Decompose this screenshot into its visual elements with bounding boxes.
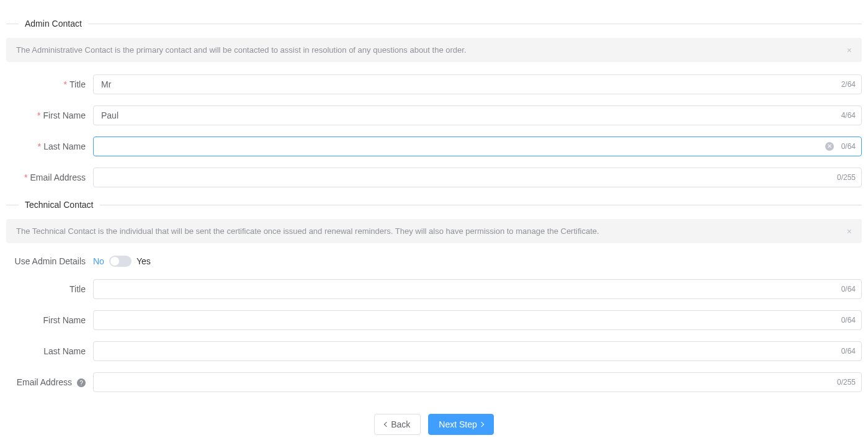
tech-firstname-label: First Name <box>6 315 93 325</box>
admin-section-header: Admin Contact <box>6 19 862 29</box>
button-bar: Back Next Step <box>6 414 862 441</box>
tech-lastname-input-wrapper: 0/64 <box>93 341 862 361</box>
tech-title-input[interactable] <box>93 279 862 299</box>
tech-email-row: Email Address ? 0/255 <box>6 372 862 392</box>
chevron-left-icon <box>384 422 389 427</box>
admin-email-row: Email Address 0/255 <box>6 168 862 187</box>
technical-alert: The Technical Contact is the individual … <box>6 219 862 243</box>
tech-title-input-wrapper: 0/64 <box>93 279 862 299</box>
admin-title-row: Title 2/64 <box>6 74 862 94</box>
tech-lastname-label: Last Name <box>6 346 93 356</box>
close-icon[interactable]: × <box>847 46 852 55</box>
admin-firstname-label: First Name <box>6 110 93 120</box>
use-admin-toggle-control: No Yes <box>93 256 151 267</box>
switch-handle <box>110 257 119 266</box>
tech-firstname-input-wrapper: 0/64 <box>93 310 862 330</box>
admin-email-input[interactable] <box>93 168 862 187</box>
divider-line <box>88 24 862 24</box>
admin-lastname-row: Last Name ✕ 0/64 <box>6 136 862 156</box>
next-step-button[interactable]: Next Step <box>428 414 493 435</box>
admin-alert-text: The Administrative Contact is the primar… <box>16 45 467 55</box>
admin-lastname-label: Last Name <box>6 141 93 151</box>
divider-line <box>100 205 862 205</box>
next-step-button-label: Next Step <box>439 419 477 429</box>
tech-email-input[interactable] <box>93 372 862 392</box>
admin-title-input-wrapper: 2/64 <box>93 74 862 94</box>
admin-firstname-row: First Name 4/64 <box>6 105 862 125</box>
admin-firstname-input[interactable] <box>93 105 862 125</box>
clear-icon[interactable]: ✕ <box>825 142 834 151</box>
tech-title-row: Title 0/64 <box>6 279 862 299</box>
tech-email-label: Email Address ? <box>6 377 93 388</box>
admin-title-label: Title <box>6 79 93 89</box>
admin-email-label: Email Address <box>6 172 93 182</box>
toggle-no-text: No <box>93 256 104 266</box>
admin-title-input[interactable] <box>93 74 862 94</box>
tech-lastname-input[interactable] <box>93 341 862 361</box>
technical-section-title: Technical Contact <box>19 200 100 210</box>
use-admin-toggle-row: Use Admin Details No Yes <box>6 256 862 267</box>
tech-email-input-wrapper: 0/255 <box>93 372 862 392</box>
divider-line <box>6 24 19 24</box>
tech-title-label: Title <box>6 284 93 294</box>
tech-firstname-row: First Name 0/64 <box>6 310 862 330</box>
chevron-right-icon <box>479 422 484 427</box>
tech-email-label-text: Email Address <box>17 377 72 387</box>
use-admin-switch[interactable] <box>109 256 132 267</box>
toggle-yes-text: Yes <box>136 256 151 266</box>
back-button-label: Back <box>391 419 410 429</box>
back-button[interactable]: Back <box>374 414 421 435</box>
admin-email-input-wrapper: 0/255 <box>93 168 862 187</box>
help-icon[interactable]: ? <box>77 378 86 387</box>
technical-section-header: Technical Contact <box>6 200 862 210</box>
divider-line <box>6 205 19 205</box>
admin-section-title: Admin Contact <box>19 19 88 29</box>
admin-alert: The Administrative Contact is the primar… <box>6 38 862 62</box>
close-icon[interactable]: × <box>847 227 852 236</box>
admin-lastname-input[interactable] <box>93 136 862 156</box>
admin-firstname-input-wrapper: 4/64 <box>93 105 862 125</box>
admin-lastname-input-wrapper: ✕ 0/64 <box>93 136 862 156</box>
technical-alert-text: The Technical Contact is the individual … <box>16 226 599 236</box>
tech-firstname-input[interactable] <box>93 310 862 330</box>
use-admin-label: Use Admin Details <box>6 256 93 266</box>
tech-lastname-row: Last Name 0/64 <box>6 341 862 361</box>
